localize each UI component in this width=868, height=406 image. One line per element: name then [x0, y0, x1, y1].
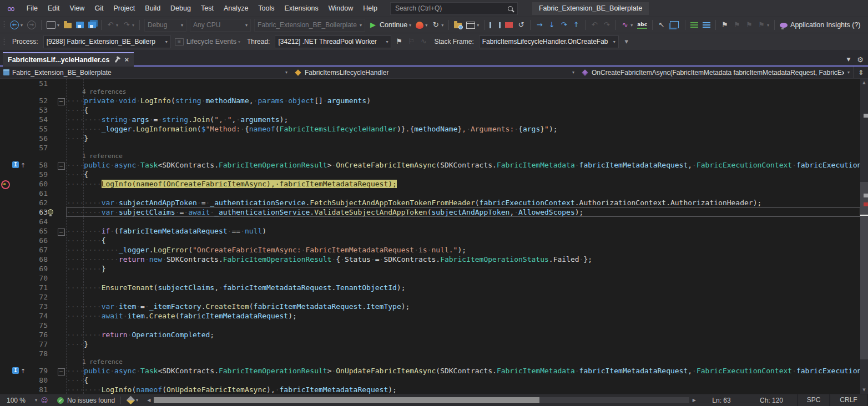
breakpoint-margin[interactable] — [0, 115, 26, 124]
code-text[interactable]: ········var·item·=·_itemFactory.CreateIt… — [67, 302, 410, 311]
toolbar-overflow-button[interactable]: ▾ — [620, 37, 633, 47]
breakpoint-margin[interactable] — [0, 358, 26, 366]
toolbar-grip[interactable] — [2, 37, 5, 46]
code-cleanup-broom-icon[interactable] — [126, 396, 135, 405]
margin-indicator-icon[interactable]: I — [12, 367, 19, 374]
toggle-bookmark-button[interactable]: ⚑ — [719, 20, 731, 30]
horizontal-scrollbar-thumb[interactable] — [154, 397, 539, 403]
toolbar-grip[interactable] — [2, 21, 5, 29]
breakpoint-margin[interactable] — [0, 292, 26, 302]
breakpoint-margin[interactable] — [0, 339, 26, 349]
project-dropdown[interactable]: Fabric_Extension_BE_Boilerplate▾ — [0, 67, 291, 78]
menu-edit[interactable]: Edit — [43, 0, 65, 17]
continue-button[interactable]: ▶Continue▾ — [367, 20, 413, 30]
fold-collapse-button[interactable]: – — [58, 368, 65, 375]
code-area[interactable]: 514 references52–····private·void·LogInf… — [0, 79, 860, 394]
horizontal-scrollbar[interactable] — [154, 397, 689, 403]
thread-combo[interactable]: [34212] .NET ThreadPool Worker▾ — [275, 35, 391, 48]
code-map-button[interactable]: ∿▾ — [619, 20, 635, 30]
status-line-ending-toggle[interactable]: CRLF — [829, 394, 868, 406]
code-editor[interactable]: 514 references52–····private·void·LogInf… — [0, 79, 868, 394]
gear-icon[interactable]: ⚙ — [857, 57, 864, 63]
split-window-button[interactable]: ⇕ — [853, 67, 868, 78]
live-share-icon[interactable]: ☺ — [41, 397, 48, 404]
menu-test[interactable]: Test — [196, 0, 219, 17]
breakpoint-margin[interactable] — [0, 88, 26, 96]
scroll-right-arrow-icon[interactable]: ▶ — [692, 398, 697, 403]
breakpoint-margin[interactable] — [0, 170, 26, 179]
find-in-files-button[interactable] — [452, 21, 464, 29]
breakpoint-margin[interactable] — [0, 283, 26, 292]
close-icon[interactable]: × — [124, 56, 129, 64]
breakpoint-margin[interactable] — [0, 330, 26, 339]
open-file-button[interactable] — [62, 21, 74, 29]
step-out-button[interactable]: ↑ — [570, 20, 582, 30]
search-input[interactable]: Search (Ctrl+Q) — [390, 2, 518, 15]
breakpoint-margin[interactable] — [0, 179, 26, 189]
break-all-button[interactable] — [487, 21, 503, 29]
menu-view[interactable]: View — [65, 0, 90, 17]
breakpoint-margin[interactable] — [0, 349, 26, 358]
breakpoint-margin[interactable] — [0, 143, 26, 153]
breakpoint-margin[interactable] — [0, 226, 26, 236]
restart-application-button[interactable]: ↻▾ — [430, 20, 446, 30]
code-text[interactable]: ····public·async·Task<SDKContracts.Fabri… — [67, 160, 860, 170]
menu-git[interactable]: Git — [89, 0, 108, 17]
format-document-button[interactable] — [688, 21, 700, 29]
breakpoint-margin[interactable] — [0, 134, 26, 143]
breakpoint-margin[interactable] — [0, 124, 26, 134]
vertical-scrollbar-thumb[interactable] — [860, 182, 868, 359]
code-text[interactable]: ········return·OperationCompleted; — [67, 330, 214, 339]
codelens-references-link[interactable]: 1 reference — [67, 153, 123, 160]
save-button[interactable] — [74, 21, 86, 29]
scroll-up-arrow-icon[interactable]: ▲ — [860, 79, 868, 87]
breakpoint-margin[interactable] — [0, 189, 26, 198]
code-text[interactable]: ········EnsureTenant(subjectClaims,·fabr… — [67, 283, 406, 292]
breakpoint-margin[interactable]: I↑ — [0, 160, 26, 170]
fold-collapse-button[interactable]: – — [58, 229, 65, 236]
menu-build[interactable]: Build — [140, 0, 165, 17]
menu-help[interactable]: Help — [358, 0, 382, 17]
breakpoint-margin[interactable] — [0, 105, 26, 115]
stack-frame-combo[interactable]: FabricItemsLifecycleHandler.OnCreateFab▾ — [479, 35, 619, 48]
navigate-backward-button[interactable]: ←▾ — [8, 19, 25, 31]
show-next-statement-button[interactable]: → — [533, 20, 546, 30]
type-dropdown[interactable]: FabricItemsLifecycleHandler▾ — [291, 67, 578, 78]
breakpoint-margin[interactable] — [0, 375, 26, 385]
margin-indicator-icon[interactable]: I — [12, 161, 19, 168]
selection-pointer-button[interactable]: ↖ — [655, 20, 668, 30]
breakpoint-margin[interactable] — [0, 245, 26, 255]
code-text[interactable]: ········} — [67, 264, 105, 273]
menu-extensions[interactable]: Extensions — [280, 0, 324, 17]
codelens-references-link[interactable]: 4 references — [67, 88, 126, 96]
code-text[interactable]: ····{ — [67, 170, 88, 179]
process-combo[interactable]: [9288] Fabric_Extension_BE_Boilerp▾ — [43, 35, 171, 48]
code-text[interactable]: ········var·subjectClaims·=·await·_authe… — [67, 207, 583, 217]
menu-debug[interactable]: Debug — [165, 0, 196, 17]
breakpoint-margin[interactable] — [0, 198, 26, 207]
window-layout-button[interactable]: ▾ — [464, 21, 481, 30]
menu-file[interactable]: File — [22, 0, 43, 17]
code-text[interactable]: ········LogInfo(nameof(OnCreateFabricIte… — [67, 179, 397, 189]
code-text[interactable]: ····} — [67, 134, 88, 143]
zoom-combo[interactable]: 100 % ▾ — [0, 397, 41, 404]
code-text[interactable]: ········await·item.Create(fabricItemMeta… — [67, 311, 297, 321]
breakpoint-margin[interactable] — [0, 207, 26, 217]
code-text[interactable]: ········var·subjectAndAppToken·=·_authen… — [67, 198, 761, 207]
scroll-left-arrow-icon[interactable]: ◀ — [146, 398, 152, 403]
breakpoint-margin[interactable] — [0, 236, 26, 245]
breakpoint-margin[interactable] — [0, 79, 26, 88]
code-text[interactable]: ········LogInfo(nameof(OnUpdateFabricIte… — [67, 385, 397, 394]
restart-debugging-button[interactable]: ↺ — [515, 20, 527, 30]
copy-document-button[interactable] — [668, 20, 682, 31]
code-text[interactable]: ····private·void·LogInfo(string·methodNa… — [67, 96, 371, 105]
code-text[interactable]: ····{ — [67, 375, 88, 385]
menu-analyze[interactable]: Analyze — [219, 0, 253, 17]
breakpoint-margin[interactable] — [0, 302, 26, 311]
new-project-button[interactable]: ▾ — [44, 20, 62, 30]
show-threads-in-source-button[interactable]: ⚑ — [393, 37, 405, 47]
stop-debugging-button[interactable] — [503, 21, 515, 29]
breakpoint-margin[interactable] — [0, 385, 26, 394]
code-text[interactable]: ············_logger.LogError("OnCreateFa… — [67, 245, 466, 255]
status-line-number[interactable]: Ln: 63 — [697, 397, 746, 404]
